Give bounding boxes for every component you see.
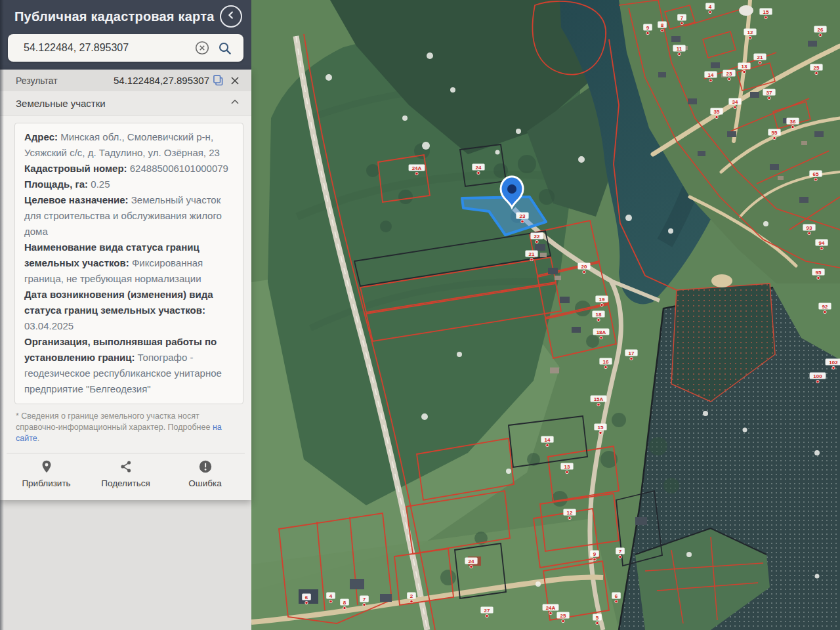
search-input[interactable] bbox=[22, 41, 191, 54]
cadastral-number-row: Кадастровый номер: 624885006101000079 bbox=[24, 161, 234, 177]
status-row: Наименование вида статуса границ земельн… bbox=[24, 240, 234, 287]
close-result-icon[interactable] bbox=[226, 72, 243, 89]
svg-text:93: 93 bbox=[807, 225, 812, 231]
svg-text:9: 9 bbox=[646, 25, 650, 31]
section-title: Земельные участки bbox=[16, 98, 229, 109]
svg-text:13: 13 bbox=[564, 464, 570, 470]
svg-text:2: 2 bbox=[410, 593, 413, 599]
map-canvas[interactable]: 1547891226112113252314373435365565939495… bbox=[251, 0, 840, 630]
svg-text:55: 55 bbox=[772, 130, 778, 136]
footnote: * Сведения о границе земельного участка … bbox=[16, 411, 236, 444]
purpose-row: Целевое назначение: Земельный участок дл… bbox=[24, 192, 234, 240]
svg-text:36: 36 bbox=[790, 119, 796, 125]
chevron-up-icon bbox=[229, 96, 241, 110]
svg-text:5: 5 bbox=[596, 615, 599, 621]
svg-text:11: 11 bbox=[677, 46, 682, 52]
result-panel: Результат 54.122484,27.895307 Земельные … bbox=[0, 70, 251, 500]
svg-text:26: 26 bbox=[818, 27, 824, 33]
svg-text:19: 19 bbox=[599, 297, 605, 303]
date-row: Дата возникновения (изменения) вида стат… bbox=[24, 287, 234, 334]
share-icon bbox=[119, 459, 133, 476]
svg-text:15: 15 bbox=[763, 9, 769, 15]
app-title: Публичная кадастровая карта bbox=[14, 9, 214, 24]
svg-text:13: 13 bbox=[742, 64, 747, 70]
error-icon bbox=[198, 459, 213, 476]
svg-text:14: 14 bbox=[708, 72, 714, 78]
chevron-left-icon bbox=[224, 8, 238, 25]
back-button[interactable] bbox=[220, 5, 242, 28]
map-container: 1547891226112113252314373435365565939495… bbox=[251, 0, 840, 630]
svg-text:17: 17 bbox=[629, 350, 635, 356]
svg-text:24: 24 bbox=[469, 558, 474, 564]
result-row: Результат 54.122484,27.895307 bbox=[0, 70, 251, 91]
svg-text:6: 6 bbox=[305, 595, 308, 600]
svg-text:12: 12 bbox=[567, 510, 573, 516]
svg-text:37: 37 bbox=[766, 90, 772, 96]
svg-text:21: 21 bbox=[757, 54, 763, 60]
svg-text:23: 23 bbox=[520, 213, 526, 219]
svg-text:65: 65 bbox=[813, 171, 819, 177]
area-row: Площадь, га: 0.25 bbox=[24, 177, 234, 192]
svg-text:25: 25 bbox=[814, 65, 820, 71]
svg-text:94: 94 bbox=[819, 240, 825, 246]
svg-text:92: 92 bbox=[822, 304, 828, 310]
svg-text:15А: 15А bbox=[594, 396, 604, 402]
actions-bar: Приблизить Поделиться Ошибка bbox=[7, 453, 245, 492]
sidebar-header: Публичная кадастровая карта bbox=[0, 0, 251, 70]
svg-text:24А: 24А bbox=[546, 605, 556, 611]
svg-text:7: 7 bbox=[363, 597, 366, 602]
svg-text:16: 16 bbox=[603, 359, 609, 365]
svg-text:14: 14 bbox=[545, 437, 551, 443]
report-error-button[interactable]: Ошибка bbox=[165, 459, 245, 488]
location-pin-icon bbox=[39, 459, 54, 476]
svg-text:95: 95 bbox=[816, 270, 822, 276]
svg-text:25: 25 bbox=[560, 613, 566, 619]
svg-text:20: 20 bbox=[581, 264, 587, 270]
section-land-parcels[interactable]: Земельные участки bbox=[0, 91, 251, 116]
search-icon[interactable] bbox=[213, 37, 236, 59]
svg-text:34: 34 bbox=[732, 99, 738, 105]
svg-text:4: 4 bbox=[709, 4, 712, 10]
address-row: Адрес: Минская обл., Смолевичский р-н, У… bbox=[24, 129, 234, 161]
svg-text:18: 18 bbox=[596, 312, 602, 318]
result-label: Результат bbox=[16, 75, 114, 86]
svg-text:35: 35 bbox=[714, 109, 720, 115]
sidebar: Публичная кадастровая карта Результат 54… bbox=[0, 0, 251, 630]
zoom-to-button[interactable]: Приблизить bbox=[7, 459, 86, 488]
svg-text:24: 24 bbox=[476, 165, 482, 171]
clear-search-icon[interactable] bbox=[191, 37, 213, 59]
result-coordinates: 54.122484,27.895307 bbox=[114, 75, 209, 86]
svg-text:4: 4 bbox=[329, 593, 333, 599]
svg-text:12: 12 bbox=[747, 30, 753, 35]
svg-text:7: 7 bbox=[619, 549, 622, 555]
copy-icon[interactable] bbox=[209, 72, 226, 89]
svg-text:8: 8 bbox=[343, 600, 346, 606]
svg-text:18А: 18А bbox=[597, 329, 606, 335]
svg-text:22: 22 bbox=[534, 234, 540, 240]
svg-text:24А: 24А bbox=[412, 165, 422, 171]
share-button[interactable]: Поделиться bbox=[86, 459, 165, 488]
parcel-details-card: Адрес: Минская обл., Смолевичский р-н, У… bbox=[14, 123, 243, 404]
svg-text:9: 9 bbox=[593, 551, 597, 557]
svg-text:6: 6 bbox=[615, 593, 618, 599]
svg-text:27: 27 bbox=[484, 608, 490, 614]
svg-text:100: 100 bbox=[813, 373, 822, 379]
svg-text:102: 102 bbox=[829, 360, 838, 366]
svg-text:15: 15 bbox=[598, 425, 604, 430]
svg-text:8: 8 bbox=[661, 22, 664, 28]
search-box bbox=[8, 34, 243, 62]
svg-text:7: 7 bbox=[681, 15, 684, 21]
svg-text:23: 23 bbox=[726, 71, 732, 77]
svg-text:21: 21 bbox=[529, 251, 535, 257]
org-row: Организация, выполнявшая работы по устан… bbox=[24, 334, 234, 397]
